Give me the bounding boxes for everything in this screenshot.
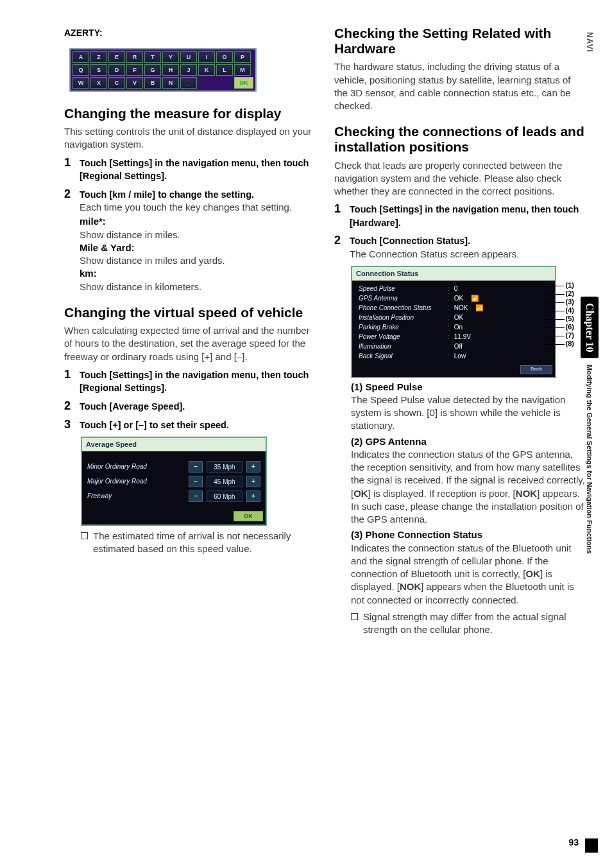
back-button: Back	[520, 365, 552, 374]
key: R	[126, 51, 143, 63]
heading-measure: Changing the measure for display	[64, 106, 316, 121]
key: I	[198, 51, 215, 63]
page-number: 93	[568, 837, 579, 849]
status-value: NOK	[454, 304, 468, 313]
step-number: 1	[334, 203, 344, 229]
status-row: Power Voltage:11.9V	[359, 333, 548, 342]
heading-vspeed: Changing the virtual speed of vehicle	[64, 305, 316, 320]
phone-note: Signal strength may differ from the actu…	[351, 611, 586, 637]
speed-label: Freeway	[87, 492, 185, 501]
speed-label: Major Ordinary Road	[87, 477, 185, 486]
heading-hardware: Checking the Setting Related with Hardwa…	[334, 26, 586, 56]
option-label: Mile & Yard:	[80, 242, 135, 253]
ok-button: OK	[234, 511, 263, 521]
key: M	[234, 64, 251, 76]
key: J	[180, 64, 197, 76]
key: S	[90, 64, 107, 76]
speed-value: 35 Mph	[207, 461, 242, 473]
vspeed-intro: When calculating expected time of arriva…	[64, 324, 316, 363]
key: F	[126, 64, 143, 76]
page-bar	[585, 838, 598, 853]
step-text: Touch [+] or [–] to set their speed.	[80, 420, 229, 430]
azerty-label: AZERTY:	[64, 27, 316, 39]
key: K	[198, 64, 215, 76]
step-text: Touch [Settings] in the navigation menu,…	[80, 370, 309, 394]
vspeed-step-3: 3 Touch [+] or [–] to set their speed.	[64, 419, 316, 432]
tab-subtitle: Modifying the General Settings for Navig…	[585, 365, 595, 554]
vspeed-step-2: 2 Touch [Average Speed].	[64, 400, 316, 413]
callout: (5)	[545, 315, 574, 323]
status-label: Power Voltage	[359, 333, 442, 342]
status-row: Phone Connection Status:NOK📶	[359, 304, 548, 313]
step-number: 1	[64, 369, 74, 395]
conn-step-1: 1 Touch [Settings] in the navigation men…	[334, 203, 586, 229]
key: B	[144, 77, 161, 89]
connections-intro: Check that leads are properly connected …	[334, 159, 586, 198]
conn-step-2: 2 Touch [Connection Status]. The Connect…	[334, 234, 586, 261]
callout: (2)	[545, 290, 574, 298]
status-row: GPS Antenna:OK📶	[359, 294, 548, 303]
status-label: Illumination	[359, 342, 442, 351]
average-speed-screenshot: Average Speed Minor Ordinary Road – 35 M…	[81, 437, 267, 526]
option-desc: Show distance in kilometers.	[80, 281, 201, 292]
option-desc: Show distance in miles.	[80, 229, 180, 240]
key: P	[234, 51, 251, 63]
callout: (4)	[545, 306, 574, 315]
speed-value: 45 Mph	[207, 476, 242, 487]
def-speed-pulse: (1) Speed Pulse The Speed Pulse value de…	[351, 381, 586, 433]
status-label: Back Signal	[359, 352, 442, 361]
minus-button: –	[189, 490, 203, 502]
minus-button: –	[189, 476, 203, 487]
status-value: Off	[454, 342, 463, 351]
status-label: Parking Brake	[359, 323, 442, 332]
status-row: Installation Position:OK	[359, 313, 548, 322]
speed-row: Freeway – 60 Mph +	[87, 490, 260, 502]
def-label: (2) GPS Antenna	[351, 436, 427, 447]
heading-connections: Checking the connections of leads and in…	[334, 124, 586, 155]
step-number: 2	[334, 234, 344, 261]
status-value: OK	[454, 313, 463, 322]
status-value: OK	[454, 294, 463, 303]
status-value: 0	[454, 284, 458, 293]
option-mile: mile*: Show distance in miles. Mile & Ya…	[80, 215, 316, 293]
speed-value: 60 Mph	[207, 490, 242, 502]
key: A	[72, 51, 89, 63]
key: C	[108, 77, 125, 89]
key: X	[90, 77, 107, 89]
status-label: GPS Antenna	[359, 294, 442, 303]
status-value: On	[454, 323, 463, 332]
option-desc: Show distance in miles and yards.	[80, 255, 225, 266]
speed-row: Minor Ordinary Road – 35 Mph +	[87, 461, 260, 473]
azerty-keyboard: A Z E R T Y U I O P Q S D F G H J K L	[69, 48, 257, 92]
callout: (1)	[545, 281, 574, 290]
callout: (3)	[545, 298, 574, 306]
screenshot-title: Average Speed	[82, 438, 266, 451]
connection-status-screenshot: Connection Status Speed Pulse:0 GPS Ante…	[351, 266, 556, 378]
tab-chapter: Chapter 10	[581, 297, 599, 359]
status-label: Speed Pulse	[359, 284, 442, 293]
status-row: Parking Brake:On	[359, 323, 548, 332]
step-desc: Each time you touch the key changes that…	[80, 202, 292, 213]
key: V	[126, 77, 143, 89]
antenna-icon: 📶	[471, 294, 479, 303]
antenna-icon: 📶	[475, 304, 483, 313]
key: W	[72, 77, 89, 89]
callout: (7)	[545, 331, 574, 340]
status-value: 11.9V	[454, 333, 471, 342]
key: D	[108, 64, 125, 76]
screenshot-title: Connection Status	[352, 267, 555, 281]
key: Q	[72, 64, 89, 76]
key: L	[216, 64, 233, 76]
step-number: 1	[64, 157, 74, 183]
step-text: Touch [km / mile] to change the setting.	[80, 189, 254, 200]
status-row: Illumination:Off	[359, 342, 548, 351]
def-label: (3) Phone Connection Status	[351, 529, 482, 540]
plus-button: +	[246, 490, 260, 502]
step-desc: The Connection Status screen appears.	[350, 248, 519, 259]
callout-numbers: (1) (2) (3) (4) (5) (6) (7) (8)	[545, 281, 574, 348]
key: Z	[90, 51, 107, 63]
measure-step-1: 1 Touch [Settings] in the navigation men…	[64, 157, 316, 183]
def-body: The Speed Pulse value detected by the na…	[351, 394, 565, 431]
def-label: (1) Speed Pulse	[351, 381, 423, 392]
status-value: Low	[454, 352, 466, 361]
